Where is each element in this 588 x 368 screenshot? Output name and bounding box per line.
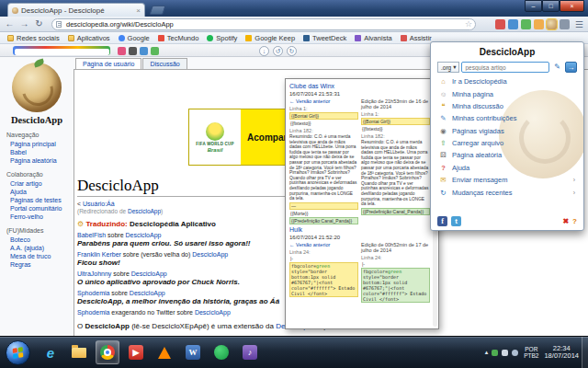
show-hidden-icons[interactable]: ▴ (485, 349, 489, 356)
article-link[interactable]: DescicloApp (130, 290, 165, 296)
popup-item-send-message[interactable]: ✉Enviar mensagem› (431, 174, 583, 186)
popup-item-recent-changes[interactable]: ↻Mudanças recentes› (431, 186, 583, 198)
article-link[interactable]: DescicloApp (126, 232, 162, 238)
network-icon[interactable] (502, 350, 508, 356)
user-link[interactable]: Sphodemia (77, 309, 109, 316)
taskbar-icon-vlc[interactable] (153, 340, 176, 364)
search-go-button[interactable]: → (565, 62, 577, 73)
domain-select[interactable]: .org▾ (437, 62, 459, 73)
bookmark-item[interactable]: TweetDeck (303, 34, 346, 42)
minimize-button[interactable]: – (525, 0, 542, 12)
taskbar-icon-media-player[interactable]: ▶ (124, 340, 148, 364)
language-indicator[interactable]: POR PTB2 (524, 346, 538, 360)
sidebar-item[interactable]: Páginas de testes (10, 196, 74, 204)
user-link[interactable]: Usuário:Áá (83, 201, 115, 207)
bookmark-item[interactable]: Spotify (207, 34, 237, 42)
close-icon[interactable]: ✖ (562, 217, 569, 225)
popup-item-my-talk[interactable]: ❝Minha discussão (431, 100, 583, 112)
tab-user-page[interactable]: Página de usuário (75, 58, 141, 69)
user-link[interactable]: Franklin Kerber (77, 251, 121, 258)
camera-icon[interactable] (129, 47, 137, 55)
forward-icon[interactable]: → (17, 18, 31, 29)
popup-item-watched-pages[interactable]: ◉Páginas vigiadas (431, 125, 583, 137)
extension-icon-3[interactable] (521, 19, 531, 29)
maximize-button[interactable]: □ (542, 0, 560, 12)
tray-app-icon[interactable] (492, 350, 498, 356)
bookmark-folder[interactable]: Aplicativos (68, 34, 110, 42)
bookmark-item[interactable]: TecMundo (158, 34, 199, 42)
bookmark-item[interactable]: Alvanista (355, 34, 391, 42)
extension-icon-4[interactable] (534, 19, 544, 29)
diff-article-link[interactable]: Clube das Winx (289, 83, 334, 89)
tab-discussion[interactable]: Discussão (142, 58, 187, 69)
sidebar-item[interactable]: Portal comunitário (10, 204, 74, 213)
download-icon[interactable]: ↓ (259, 46, 269, 56)
bookmark-item[interactable]: Assistir (401, 34, 432, 42)
close-button[interactable]: × (560, 0, 584, 12)
sidebar-item[interactable]: Página aleatória (10, 156, 74, 165)
video-icon[interactable] (140, 47, 148, 55)
photo-icon[interactable] (118, 47, 126, 55)
popup-item-my-page[interactable]: ☺Minha página (431, 87, 583, 99)
audio-icon[interactable] (151, 47, 159, 55)
chrome-menu-icon[interactable]: ☰ (575, 19, 583, 29)
tab-close-icon[interactable]: × (136, 6, 141, 15)
taskbar-icon-ie[interactable]: e (39, 340, 62, 364)
sidebar-item[interactable]: Criar artigo (10, 179, 74, 188)
popup-item-my-contributions[interactable]: ✎Minhas contribuições (431, 112, 583, 124)
sidebar-item[interactable]: Regras (10, 260, 74, 269)
bookmark-folder[interactable]: Redes sociais (7, 34, 60, 42)
user-link[interactable]: BabelFish (77, 232, 106, 238)
popup-item-random-page[interactable]: ⚄Página aleatória (431, 149, 583, 161)
twitter-icon[interactable]: t (451, 216, 461, 226)
bookmark-item[interactable]: Google Keep (245, 34, 295, 42)
edit-icon[interactable]: ✎ (551, 62, 563, 73)
start-button[interactable] (6, 340, 30, 365)
taskbar-clock[interactable]: 22:34 18/07/2014 (544, 345, 579, 361)
facebook-icon[interactable]: f (437, 216, 447, 226)
redirect-link[interactable]: DescicloApp (128, 208, 161, 214)
bookmark-item[interactable]: Google (119, 34, 150, 42)
user-link[interactable]: Sphodemia (77, 290, 109, 296)
taskbar-icon-chrome[interactable] (96, 340, 119, 364)
help-icon[interactable]: ? (572, 217, 577, 225)
extension-icon-6[interactable] (560, 19, 570, 29)
article-link[interactable]: DescicloApp (131, 270, 167, 277)
taskbar-icon-green-app[interactable] (209, 340, 233, 364)
sidebar-item[interactable]: Babel (10, 148, 74, 156)
show-desktop-button[interactable] (582, 337, 588, 368)
back-icon[interactable]: ← (3, 18, 17, 29)
extension-icon-2[interactable] (508, 19, 518, 29)
popup-item-go-to-desciclopedia[interactable]: ⌂Ir a Desciclopédia (431, 75, 583, 87)
taskbar-icon-explorer[interactable] (67, 340, 91, 364)
reload-icon[interactable]: ↻ (32, 18, 46, 29)
popup-item-help[interactable]: ?Ajuda (431, 162, 583, 174)
address-bar[interactable]: desciclopedia.org/wiki/DescicloApp (51, 18, 476, 30)
desciclopedia-logo[interactable] (12, 63, 62, 112)
extension-icon-1[interactable] (495, 19, 505, 29)
article-link[interactable]: DescicloApp (192, 251, 228, 258)
sidebar-item[interactable]: Mesa de truco (10, 252, 74, 260)
taskbar-icon-purple-app[interactable]: ♪ (238, 340, 262, 364)
user-link[interactable]: UltraJohnny (77, 270, 111, 277)
article-link[interactable]: DescicloApp (195, 309, 231, 316)
popup-search-input[interactable] (461, 62, 549, 73)
descicloapp-extension-icon[interactable] (547, 19, 557, 29)
bookmark-star-icon[interactable]: ☆ (465, 19, 472, 29)
previous-version-link[interactable]: ← Versão anterior (289, 242, 358, 247)
history-icon[interactable]: ↻ (287, 46, 297, 56)
taskbar-icon-word[interactable]: W (181, 340, 205, 364)
toolbar-search-input[interactable] (15, 49, 109, 55)
previous-version-link[interactable]: ← Versão anterior (289, 98, 358, 104)
sidebar-item[interactable]: A.A. (ajuda) (10, 244, 74, 252)
undo-icon[interactable]: ↺ (273, 46, 283, 56)
popup-item-upload-file[interactable]: ⇧Carregar arquivo (431, 137, 583, 149)
sidebar-item[interactable]: Ajuda (10, 188, 74, 196)
volume-icon[interactable] (512, 350, 518, 356)
diff-article-link[interactable]: Hulk (289, 226, 302, 233)
sidebar-item[interactable]: Ferro-velho (10, 213, 74, 221)
new-tab-button[interactable] (149, 6, 165, 15)
sidebar-item[interactable]: Página principal (10, 140, 74, 148)
sidebar-item[interactable]: Boteco (10, 236, 74, 244)
browser-tab[interactable]: DescicloApp - Desciclopé × (7, 3, 145, 17)
